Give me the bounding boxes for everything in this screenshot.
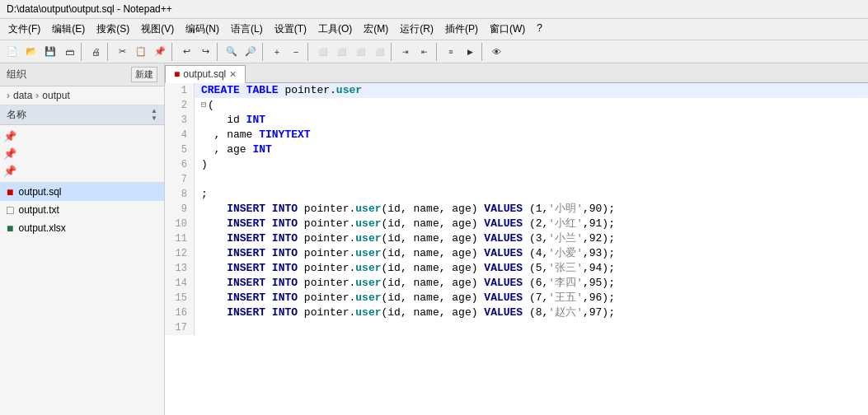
- toolbar-find[interactable]: 🔍: [223, 43, 241, 61]
- chevron-right-icon: ›: [7, 90, 10, 101]
- token: id: [201, 113, 246, 128]
- token: VALUES: [484, 246, 523, 261]
- toolbar-paste[interactable]: 📌: [151, 43, 169, 61]
- toolbar-undo[interactable]: ↩: [177, 43, 195, 61]
- line-content-8[interactable]: ;: [195, 187, 208, 202]
- token: (id, name, age): [382, 261, 485, 276]
- line-number-12: 12: [165, 246, 195, 261]
- pin-icon-1[interactable]: 📌: [3, 130, 16, 142]
- line-content-16[interactable]: INSERT INTO pointer.user(id, name, age) …: [195, 305, 615, 320]
- line-content-5[interactable]: , age INT: [195, 142, 272, 157]
- tab-close-button[interactable]: ✕: [229, 69, 237, 80]
- toolbar-unindent[interactable]: ⇤: [415, 43, 434, 61]
- sidebar-pin-area: 📌 📌 📌: [0, 125, 164, 183]
- token: [201, 261, 227, 276]
- fold-icon-2[interactable]: ⊟: [201, 98, 206, 113]
- sidebar-name-column: 名称: [7, 108, 26, 122]
- file-name-sql: output.sql: [18, 186, 61, 198]
- token: INT: [252, 142, 271, 157]
- token: user: [355, 246, 381, 261]
- sidebar-new-button[interactable]: 新建: [131, 67, 157, 82]
- toolbar-b1[interactable]: ⬜: [313, 43, 331, 61]
- toolbar-redo[interactable]: ↪: [196, 43, 214, 61]
- line-number-8: 8: [165, 187, 195, 202]
- toolbar-eye[interactable]: 👁: [487, 43, 505, 61]
- token: VALUES: [484, 202, 523, 217]
- menu-item-f[interactable]: 文件(F): [3, 21, 45, 38]
- token: [201, 291, 227, 305]
- line-content-1[interactable]: CREATE TABLE pointer.user: [195, 83, 362, 98]
- menu-item-[interactable]: ?: [532, 21, 547, 38]
- line-content-3[interactable]: id INT: [195, 113, 265, 128]
- line-number-13: 13: [165, 261, 195, 276]
- token: [265, 291, 272, 305]
- token: [265, 246, 272, 261]
- menu-item-m[interactable]: 宏(M): [359, 21, 393, 38]
- toolbar-indent[interactable]: ⇥: [396, 43, 415, 61]
- token: [240, 83, 246, 98]
- toolbar-macro[interactable]: ▶: [461, 43, 479, 61]
- menu-item-s[interactable]: 搜索(S): [91, 21, 134, 38]
- toolbar-b2[interactable]: ⬜: [332, 43, 350, 61]
- toolbar-saveall[interactable]: 🗃: [60, 43, 78, 61]
- toolbar-new[interactable]: 📄: [3, 43, 21, 61]
- toolbar-print[interactable]: 🖨: [87, 43, 105, 61]
- line-content-4[interactable]: , name TINYTEXT: [195, 128, 311, 142]
- file-item-xlsx[interactable]: ■ output.xlsx: [0, 219, 164, 237]
- code-editor[interactable]: 1CREATE TABLE pointer.user2⊟(3 id INT4 ,…: [165, 83, 868, 415]
- token: pointer.: [279, 83, 336, 98]
- menu-item-n[interactable]: 编码(N): [181, 21, 224, 38]
- token: '小明': [548, 202, 583, 217]
- line-content-15[interactable]: INSERT INTO pointer.user(id, name, age) …: [195, 291, 615, 305]
- toolbar-zoomout[interactable]: −: [287, 43, 305, 61]
- token: ,92);: [583, 231, 615, 246]
- sep6: [307, 43, 311, 61]
- breadcrumb: › data › output: [0, 86, 164, 105]
- main-area: 组织 新建 › data › output 名称 ▲ ▼ 📌 📌 📌 ■ out: [0, 63, 868, 415]
- token: ;: [201, 187, 208, 202]
- toolbar-zoomin[interactable]: +: [268, 43, 286, 61]
- toolbar-b3[interactable]: ⬜: [351, 43, 369, 61]
- pin-icon-3[interactable]: 📌: [3, 165, 16, 177]
- code-line-8: 8;: [165, 187, 868, 202]
- menu-item-t[interactable]: 设置(T): [270, 21, 312, 38]
- toolbar-cut[interactable]: ✂: [113, 43, 131, 61]
- toolbar-save[interactable]: 💾: [41, 43, 59, 61]
- pin-icon-2[interactable]: 📌: [3, 147, 16, 160]
- token: '小爱': [548, 246, 583, 261]
- line-content-12[interactable]: INSERT INTO pointer.user(id, name, age) …: [195, 246, 615, 261]
- menu-item-o[interactable]: 工具(O): [313, 21, 357, 38]
- menu-item-p[interactable]: 插件(P): [440, 21, 483, 38]
- token: [201, 217, 227, 231]
- toolbar-b4[interactable]: ⬜: [370, 43, 388, 61]
- line-content-10[interactable]: INSERT INTO pointer.user(id, name, age) …: [195, 217, 615, 231]
- token: user: [355, 276, 381, 291]
- line-content-11[interactable]: INSERT INTO pointer.user(id, name, age) …: [195, 231, 615, 246]
- sidebar-column-header: 名称 ▲ ▼: [0, 105, 164, 125]
- toolbar-wrap[interactable]: ≡: [442, 43, 460, 61]
- line-content-14[interactable]: INSERT INTO pointer.user(id, name, age) …: [195, 276, 615, 291]
- toolbar-replace[interactable]: 🔎: [242, 43, 260, 61]
- code-line-12: 12 INSERT INTO pointer.user(id, name, ag…: [165, 246, 868, 261]
- file-item-sql[interactable]: ■ output.sql: [0, 183, 164, 201]
- line-content-6[interactable]: ): [195, 157, 208, 172]
- line-content-9[interactable]: INSERT INTO pointer.user(id, name, age) …: [195, 202, 615, 217]
- toolbar-open[interactable]: 📂: [22, 43, 40, 61]
- menu-item-v[interactable]: 视图(V): [136, 21, 179, 38]
- line-content-13[interactable]: INSERT INTO pointer.user(id, name, age) …: [195, 261, 615, 276]
- menu-item-e[interactable]: 编辑(E): [47, 21, 90, 38]
- file-item-txt[interactable]: □ output.txt: [0, 201, 164, 219]
- token: ,93);: [583, 246, 615, 261]
- token: [265, 261, 272, 276]
- code-line-3: 3 id INT: [165, 113, 868, 128]
- tab-output-sql[interactable]: ■ output.sql ✕: [165, 65, 246, 83]
- token: INT: [246, 113, 265, 128]
- menu-item-w[interactable]: 窗口(W): [485, 21, 530, 38]
- token: '小兰': [548, 231, 583, 246]
- menu-item-l[interactable]: 语言(L): [226, 21, 268, 38]
- line-content-2[interactable]: ⊟(: [195, 98, 214, 113]
- token: , name: [201, 128, 259, 142]
- token: [265, 202, 272, 217]
- toolbar-copy[interactable]: 📋: [132, 43, 150, 61]
- menu-item-r[interactable]: 运行(R): [395, 21, 439, 38]
